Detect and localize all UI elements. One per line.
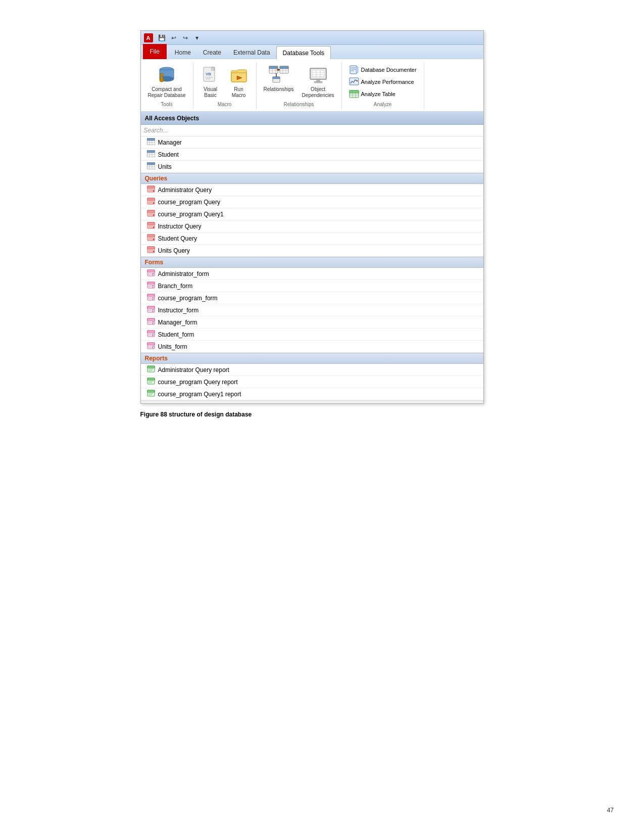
nav-item-course-form[interactable]: course_program_form bbox=[141, 292, 483, 304]
nav-forms-header: Forms bbox=[141, 257, 483, 268]
tab-home[interactable]: Home bbox=[169, 46, 197, 59]
svg-rect-27 bbox=[273, 77, 280, 79]
svg-rect-130 bbox=[152, 346, 154, 347]
db-documenter-btn[interactable]: Database Documenter bbox=[347, 64, 419, 75]
nav-item-units-form[interactable]: Units_form bbox=[141, 341, 483, 353]
nav-item-student-form[interactable]: Student_form bbox=[141, 329, 483, 341]
form-icon-course bbox=[147, 294, 155, 302]
object-dependencies-icon bbox=[308, 65, 328, 85]
nav-item-student[interactable]: Student bbox=[141, 149, 483, 161]
svg-rect-118 bbox=[147, 318, 155, 320]
svg-rect-48 bbox=[350, 90, 359, 93]
svg-rect-73 bbox=[147, 198, 155, 200]
nav-item-course-report1[interactable]: course_program Query1 report bbox=[141, 388, 483, 400]
form-icon-manager bbox=[147, 318, 155, 327]
svg-rect-115 bbox=[152, 309, 154, 310]
svg-rect-19 bbox=[280, 66, 288, 69]
table-icon-manager bbox=[147, 138, 155, 147]
save-quick-btn[interactable]: 💾 bbox=[157, 33, 167, 43]
analyze-table-btn[interactable]: Analyze Table bbox=[347, 88, 419, 100]
redo-btn[interactable]: ↪ bbox=[180, 33, 190, 43]
visual-basic-btn[interactable]: VB Visual Basic bbox=[197, 64, 224, 100]
svg-text:VB: VB bbox=[206, 72, 211, 76]
tab-create[interactable]: Create bbox=[197, 46, 227, 59]
nav-search[interactable]: Search... bbox=[141, 125, 483, 136]
svg-rect-103 bbox=[147, 282, 155, 284]
nav-item-student-query[interactable]: Student Query bbox=[141, 233, 483, 245]
nav-item-units-query[interactable]: Units Query bbox=[141, 245, 483, 257]
nav-item-student-query-label: Student Query bbox=[158, 235, 197, 242]
tab-external-data[interactable]: External Data bbox=[227, 46, 276, 59]
nav-item-course-report[interactable]: course_program Query report bbox=[141, 376, 483, 388]
svg-rect-110 bbox=[152, 297, 154, 298]
nav-item-course-query1[interactable]: course_program Query1 bbox=[141, 208, 483, 220]
tab-database-tools[interactable]: Database Tools bbox=[276, 46, 331, 59]
quick-access-toolbar: 💾 ↩ ↪ ▾ bbox=[157, 33, 202, 43]
relationships-btn[interactable]: Relationships bbox=[261, 64, 297, 94]
svg-rect-106 bbox=[152, 287, 154, 288]
svg-rect-38 bbox=[317, 79, 320, 81]
nav-item-manager[interactable]: Manager bbox=[141, 136, 483, 149]
analyze-performance-btn[interactable]: Analyze Performance bbox=[347, 76, 419, 87]
nav-item-instructor-query[interactable]: Instructor Query bbox=[141, 220, 483, 233]
svg-rect-137 bbox=[147, 378, 155, 380]
nav-item-branch-form[interactable]: Branch_form bbox=[141, 280, 483, 292]
svg-rect-123 bbox=[147, 331, 155, 333]
undo-btn[interactable]: ↩ bbox=[169, 33, 179, 43]
analyze-group-label: Analyze bbox=[347, 102, 419, 107]
object-dependencies-label: Object Dependencies bbox=[302, 86, 334, 99]
query-icon-course bbox=[147, 198, 155, 206]
nav-item-admin-query[interactable]: Administrator Query bbox=[141, 184, 483, 196]
macro-items: VB Visual Basic bbox=[197, 64, 252, 101]
nav-item-admin-form[interactable]: Administrator_form bbox=[141, 268, 483, 280]
svg-rect-133 bbox=[147, 366, 155, 368]
nav-item-admin-report[interactable]: Administrator Query report bbox=[141, 364, 483, 376]
ribbon-tabs: File Home Create External Data Database … bbox=[141, 45, 483, 60]
svg-rect-68 bbox=[147, 186, 155, 188]
svg-rect-116 bbox=[152, 311, 154, 312]
analyze-performance-icon bbox=[349, 77, 359, 86]
nav-item-manager-form-label: Manager_form bbox=[158, 319, 197, 326]
macro-group-label: Macro bbox=[218, 102, 232, 107]
query-icon-admin bbox=[147, 186, 155, 194]
table-icon-units bbox=[147, 162, 155, 171]
svg-rect-141 bbox=[147, 390, 155, 392]
nav-item-instructor-form[interactable]: Instructor_form bbox=[141, 304, 483, 316]
svg-point-46 bbox=[356, 80, 358, 82]
run-macro-btn[interactable]: Run Macro bbox=[226, 64, 252, 100]
access-logo: A bbox=[144, 33, 153, 42]
compact-repair-btn[interactable]: Compact and Repair Database bbox=[145, 64, 189, 100]
form-icon-student bbox=[147, 330, 155, 339]
nav-item-units[interactable]: Units bbox=[141, 161, 483, 173]
dropdown-arrow[interactable]: ▾ bbox=[192, 33, 202, 43]
svg-rect-104 bbox=[148, 285, 151, 287]
query-icon-instructor bbox=[147, 222, 155, 230]
nav-queries-header: Queries bbox=[141, 173, 483, 184]
compact-repair-label: Compact and Repair Database bbox=[148, 86, 186, 99]
query-icon-units bbox=[147, 246, 155, 255]
nav-item-course-query1-label: course_program Query1 bbox=[158, 211, 224, 218]
nav-item-units-label: Units bbox=[158, 163, 172, 170]
svg-rect-63 bbox=[147, 162, 155, 165]
nav-item-manager-label: Manager bbox=[158, 139, 182, 146]
tab-file[interactable]: File bbox=[143, 44, 167, 59]
ribbon-group-analyze: Database Documenter Analyze Performance bbox=[342, 62, 424, 109]
relationships-label: Relationships bbox=[264, 86, 294, 92]
ribbon-group-tools: Compact and Repair Database Tools bbox=[141, 62, 193, 109]
svg-point-5 bbox=[160, 73, 163, 76]
svg-rect-120 bbox=[152, 321, 154, 322]
nav-item-manager-form[interactable]: Manager_form bbox=[141, 316, 483, 329]
svg-rect-98 bbox=[147, 270, 155, 272]
nav-item-course-report-label: course_program Query report bbox=[158, 379, 238, 386]
svg-rect-105 bbox=[152, 285, 154, 286]
svg-rect-109 bbox=[148, 297, 151, 299]
relationships-items: Relationships bbox=[261, 64, 337, 101]
object-dependencies-btn[interactable]: Object Dependencies bbox=[299, 64, 337, 100]
svg-rect-58 bbox=[147, 150, 155, 153]
page-number: 47 bbox=[607, 807, 614, 814]
report-icon-admin bbox=[147, 365, 155, 374]
svg-rect-111 bbox=[152, 299, 154, 300]
analyze-table-label: Analyze Table bbox=[361, 91, 395, 97]
svg-rect-126 bbox=[152, 335, 154, 336]
nav-item-course-query[interactable]: course_program Query bbox=[141, 196, 483, 208]
